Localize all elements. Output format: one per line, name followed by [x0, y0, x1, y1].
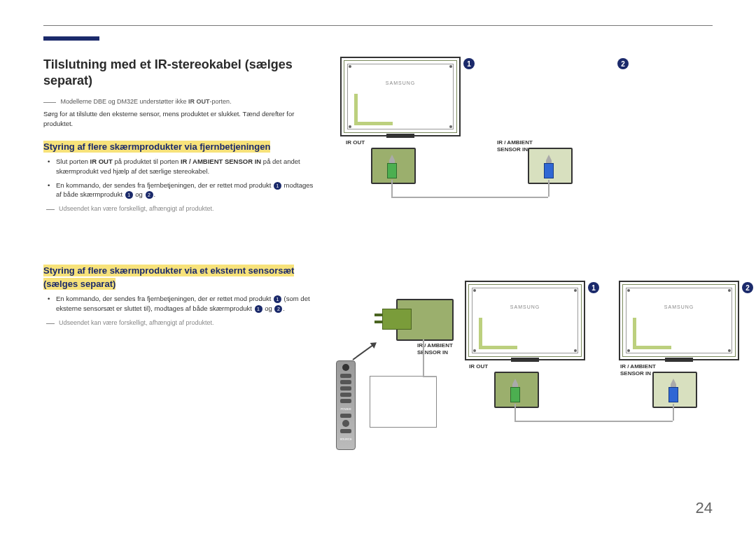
ref-badge-1: 1 — [255, 305, 262, 313]
section-2: Styring af flere skærmprodukter via et e… — [43, 264, 316, 326]
appearance-note-2: Udseendet kan være forskelligt, afhængig… — [59, 319, 316, 326]
jack-green-icon — [510, 379, 521, 402]
bullet-external-sensor: En kommando, der sendes fra fjernbetjeni… — [43, 294, 316, 314]
callout-badge-2: 2 — [617, 58, 629, 69]
jack-blue-icon — [668, 379, 679, 402]
label-ir-out-1: IR OUT — [346, 139, 365, 146]
monitor-3-back: SAMSUNG — [465, 281, 585, 360]
ref-badge-1: 1 — [274, 182, 281, 190]
ir-receiver-box — [370, 376, 437, 428]
diagram-column: SAMSUNG 1 SAMSUNG 2 IR OUT IR / AMBIENTS… — [340, 57, 713, 498]
remote-control-icon: POWER SOURCE — [336, 360, 356, 450]
manual-page: Tilslutning med et IR-stereokabel (sælge… — [0, 0, 756, 534]
ref-badge-2: 2 — [146, 191, 153, 199]
content-columns: Tilslutning med et IR-stereokabel (sælge… — [43, 57, 713, 498]
monitor-2-back: SAMSUNG — [340, 57, 461, 136]
section-1-heading: Styring af flere skærmprodukter via fjer… — [43, 141, 270, 152]
section-2-heading: Styring af flere skærmprodukter via et e… — [43, 265, 294, 289]
page-title: Tilslutning med et IR-stereokabel (sælge… — [43, 57, 316, 88]
page-number: 24 — [696, 499, 713, 517]
text-column: Tilslutning med et IR-stereokabel (sælge… — [43, 57, 316, 498]
model-note: Modellerne DBE og DM32E understøtter ikk… — [59, 98, 316, 105]
bullet-command-received: En kommando, der sendes fra fjernbetjeni… — [43, 181, 316, 200]
jack-blue-icon — [543, 155, 554, 178]
ref-badge-2: 2 — [274, 305, 282, 313]
label-ir-out-2: IR OUT — [469, 363, 488, 370]
callout-badge-2b: 2 — [742, 282, 753, 293]
accent-bar — [43, 36, 99, 41]
diagram-area: SAMSUNG 1 SAMSUNG 2 IR OUT IR / AMBIENTS… — [340, 57, 713, 498]
sensor-plug-icon — [382, 309, 412, 330]
ref-badge-1: 1 — [125, 191, 133, 199]
label-ir-ambient-3: IR / AMBIENTSENSOR IN — [620, 363, 656, 377]
ir-signal-arrow-icon — [352, 343, 376, 360]
callout-badge-1: 1 — [463, 58, 475, 69]
appearance-note-1: Udseendet kan være forskelligt, afhængig… — [59, 205, 316, 212]
callout-badge-1b: 1 — [588, 282, 599, 293]
monitor-4-back: SAMSUNG — [619, 281, 739, 360]
jack-green-icon — [386, 155, 398, 178]
top-rule — [43, 25, 713, 26]
ref-badge-1: 1 — [274, 295, 281, 303]
bullet-connect-ports: Slut porten IR OUT på produktet til port… — [43, 157, 316, 176]
intro-text: Sørg for at tilslutte den eksterne senso… — [43, 109, 316, 129]
section-1: Styring af flere skærmprodukter via fjer… — [43, 140, 316, 213]
